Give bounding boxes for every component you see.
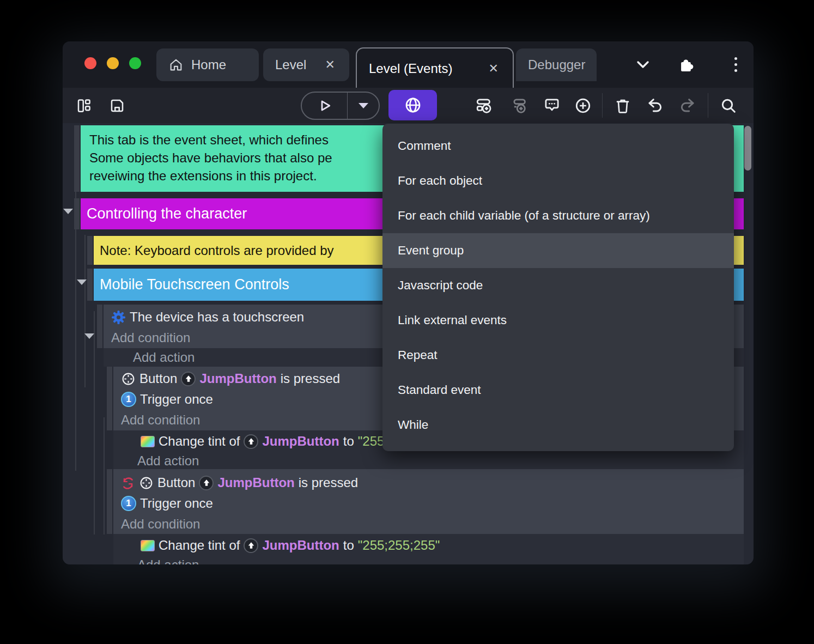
event-drag-handle[interactable] [87,269,93,301]
gamepad-button-icon [121,372,136,386]
comment-bubble-icon [543,96,561,115]
menu-item-javascript-code[interactable]: Javascript code [382,268,734,303]
toolbar-separator [708,93,708,118]
add-event-context-menu: Comment For each object For each child v… [382,124,734,451]
object-name: JumpButton [262,538,339,553]
invert-condition-icon [121,476,135,490]
tree-line [104,417,105,534]
maximize-window-button[interactable] [129,57,141,69]
play-preview-button[interactable] [302,93,348,119]
add-comment-button[interactable] [539,88,564,123]
close-tab-icon[interactable]: ✕ [487,62,501,76]
minimize-window-button[interactable] [107,57,119,69]
tab-label: Level (Events) [369,61,452,76]
condition-text: Button [139,371,177,386]
add-event-icon [475,96,493,115]
preview-button-group [301,92,380,120]
jumpbutton-object-icon [244,434,258,449]
chevron-down-icon [634,59,652,71]
action-text: to [343,434,354,449]
action-value: "255;255;255" [358,538,440,553]
trigger-once-icon: 1 [121,496,136,511]
tab-label: Level [275,57,306,72]
tab-level[interactable]: Level ✕ [263,48,349,81]
tab-level-events[interactable]: Level (Events) ✕ [356,47,514,89]
extensions-button[interactable] [674,41,699,88]
gamepad-button-icon [139,476,154,490]
window-menu-button[interactable] [723,41,748,88]
action-row[interactable]: Change tint of JumpButton to "255;255;25… [113,536,744,555]
event-drag-handle[interactable] [107,367,112,430]
event-drag-handle[interactable] [87,236,93,265]
undo-button[interactable] [642,88,667,123]
kebab-menu-icon [734,57,737,72]
condition-text: is pressed [299,475,358,490]
menu-item-link-external-events[interactable]: Link external events [382,303,734,338]
collapse-caret-icon[interactable] [84,333,94,339]
event-conditions[interactable]: Button JumpButton is pressed 1 Trigger o… [113,469,744,534]
close-tab-icon[interactable]: ✕ [323,58,337,72]
open-panels-button[interactable] [71,88,96,123]
tab-label: Home [191,57,226,72]
tab-list-chevron-button[interactable] [630,41,655,88]
gear-icon [111,310,126,325]
tree-line [84,235,86,387]
condition-row[interactable]: 1 Trigger once [113,493,744,514]
menu-item-while[interactable]: While [382,408,734,442]
titlebar: Home Level ✕ Level (Events) ✕ Debugger [63,41,754,88]
collapse-caret-icon[interactable] [77,280,87,285]
add-something-button[interactable] [570,88,596,123]
menu-item-event-group[interactable]: Event group [382,233,734,268]
event-drag-handle[interactable] [97,305,102,348]
jumpbutton-object-icon [199,476,214,490]
jumpbutton-object-icon [244,538,258,553]
tab-home[interactable]: Home [156,48,259,81]
search-button[interactable] [716,88,741,123]
note-text: Note: Keyboard controls are provided by [100,243,334,258]
toolbar-separator [602,93,603,118]
actions-area: Change tint of JumpButton to "255;255;25… [113,534,744,564]
play-icon [317,98,333,114]
tab-label: Debugger [528,57,585,72]
circle-plus-icon [574,96,592,115]
menu-item-for-each-child-variable[interactable]: For each child variable (of a structure … [382,198,734,233]
object-name: JumpButton [262,434,339,449]
network-preview-button[interactable] [388,90,437,120]
event-drag-handle[interactable] [107,469,112,534]
add-subevent-icon [510,96,529,115]
delete-button[interactable] [610,88,635,123]
menu-item-for-each-object[interactable]: For each object [382,163,734,198]
collapse-caret-icon[interactable] [63,209,73,214]
add-event-button[interactable] [471,88,496,123]
group-title: Controlling the character [87,205,247,222]
menu-item-standard-event[interactable]: Standard event [382,373,734,408]
tint-color-icon [141,436,155,447]
add-action-link[interactable]: Add action [113,555,744,564]
event-drag-handle[interactable] [74,125,80,192]
add-action-link[interactable]: Add action [113,451,744,471]
preview-options-button[interactable] [348,93,379,119]
search-icon [720,97,737,114]
menu-item-comment[interactable]: Comment [382,129,734,163]
add-subevent-button[interactable] [507,88,532,123]
tab-debugger[interactable]: Debugger [516,48,597,81]
caret-down-icon [359,103,368,108]
add-condition-link[interactable]: Add condition [113,514,744,534]
globe-icon [404,96,422,114]
condition-text: Trigger once [140,392,213,407]
layout-panels-icon [76,98,92,114]
object-name: JumpButton [217,475,294,490]
close-window-button[interactable] [84,57,96,69]
home-icon [168,57,184,72]
save-button[interactable] [105,88,130,123]
group-title: Mobile Touchscreen Controls [100,276,289,293]
trigger-once-icon: 1 [121,392,136,407]
tree-line [94,311,95,534]
undo-arrow-icon [646,97,664,114]
condition-row[interactable]: Button JumpButton is pressed [113,472,744,493]
event-drag-handle[interactable] [74,198,80,229]
menu-item-repeat[interactable]: Repeat [382,338,734,373]
redo-button[interactable] [675,88,700,123]
scrollbar-thumb[interactable] [744,126,751,171]
jumpbutton-object-icon [181,372,196,386]
